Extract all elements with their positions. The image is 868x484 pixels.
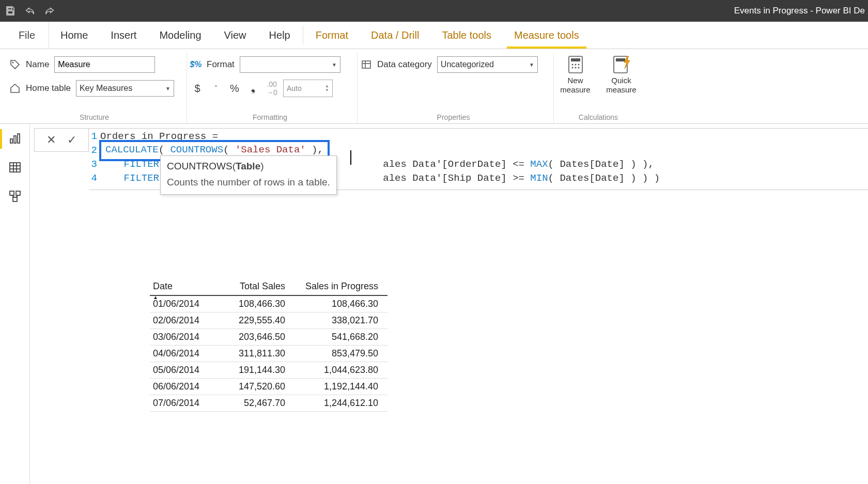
table-row[interactable]: 07/06/201452,467.701,244,612.10 — [150, 395, 388, 412]
cell-total: 311,811.30 — [212, 346, 295, 362]
ribbon-group-properties: Data category Uncategorized ▼ Properties — [358, 53, 554, 123]
svg-point-0 — [12, 62, 14, 64]
cell-progress: 1,044,623.80 — [295, 362, 388, 379]
tab-measure-tools[interactable]: Measure tools — [503, 22, 591, 49]
cell-date: 07/06/2014 — [150, 395, 212, 412]
model-view-icon[interactable] — [8, 189, 22, 204]
formula-action-box: ✕ ✓ — [34, 128, 89, 152]
thousands-button[interactable]: ❟ — [246, 83, 260, 95]
home-table-icon — [9, 83, 21, 94]
table-row[interactable]: 06/06/2014147,520.601,192,144.40 — [150, 379, 388, 395]
svg-rect-17 — [10, 163, 20, 172]
ribbon-tabs: File HomeInsertModelingViewHelpFormatDat… — [0, 22, 868, 49]
view-rail — [0, 124, 30, 484]
active-view-indicator — [0, 129, 2, 149]
svg-rect-16 — [18, 134, 20, 143]
cell-date: 06/06/2014 — [150, 379, 212, 395]
quick-measure-button[interactable]: Quick measure — [603, 55, 640, 95]
cell-total: 147,520.60 — [212, 379, 295, 395]
window-title: Events in Progress - Power BI De — [734, 0, 865, 22]
new-measure-label: New measure — [560, 76, 590, 95]
group-label-calculations: Calculations — [557, 111, 640, 121]
line-number: 1 — [89, 130, 100, 144]
formula-bar[interactable]: 1 Orders in Progress = 2 3 FILTER( ales … — [89, 128, 868, 190]
data-category-select[interactable]: Uncategorized ▼ — [437, 56, 538, 73]
title-bar: Events in Progress - Power BI De — [0, 0, 868, 22]
tab-table-tools[interactable]: Table tools — [430, 22, 503, 49]
cell-date: 04/06/2014 — [150, 346, 212, 362]
tab-home[interactable]: Home — [49, 22, 99, 49]
report-view-icon[interactable] — [8, 131, 22, 146]
tab-divider — [303, 26, 303, 44]
column-header-total-sales[interactable]: Total Sales — [212, 279, 295, 295]
table-row[interactable]: 03/06/2014203,646.50541,668.20 — [150, 329, 388, 346]
tab-data-drill[interactable]: Data / Drill — [360, 22, 430, 49]
group-label-properties: Properties — [361, 111, 546, 121]
svg-point-7 — [575, 64, 576, 66]
home-table-select[interactable]: Key Measures ▼ — [76, 80, 174, 97]
format-label: Format — [207, 59, 235, 70]
commit-formula-icon[interactable]: ✓ — [67, 133, 76, 147]
svg-rect-1 — [362, 61, 370, 68]
table-row[interactable]: 02/06/2014229,555.40338,021.70 — [150, 313, 388, 329]
tab-format[interactable]: Format — [304, 22, 360, 49]
tag-icon — [9, 59, 21, 70]
tab-help[interactable]: Help — [258, 22, 302, 49]
redo-icon[interactable] — [44, 6, 55, 16]
new-measure-button[interactable]: New measure — [557, 55, 594, 95]
workspace: ✕ ✓ 1 Orders in Progress = 2 3 FILTER( — [0, 124, 868, 484]
decimal-places-input[interactable]: Auto ▲▼ — [283, 80, 333, 97]
cell-total: 203,646.50 — [212, 329, 295, 346]
svg-rect-23 — [16, 191, 20, 195]
tab-view[interactable]: View — [213, 22, 258, 49]
tab-insert[interactable]: Insert — [99, 22, 148, 49]
table-row[interactable]: 05/06/2014191,144.301,044,623.80 — [150, 362, 388, 379]
cell-total: 229,555.40 — [212, 313, 295, 329]
cell-progress: 1,192,144.40 — [295, 379, 388, 395]
svg-rect-5 — [571, 58, 580, 61]
data-category-icon — [361, 59, 372, 70]
cell-progress: 853,479.50 — [295, 346, 388, 362]
ribbon-group-calculations: New measure Quick measure Calculations — [554, 53, 647, 123]
calculator-icon — [565, 55, 586, 74]
column-header-sales-in-progress[interactable]: Sales in Progress — [295, 279, 388, 295]
svg-rect-13 — [616, 58, 625, 61]
ribbon-group-structure: Name Home table Key Measures ▼ Structure — [6, 53, 187, 123]
ribbon-group-formatting: $% Format ▼ $ ˅ % ❟ .00→0 Auto ▲▼ — [187, 53, 358, 123]
measure-name-input[interactable] — [54, 56, 155, 73]
data-view-icon[interactable] — [8, 160, 22, 175]
svg-point-9 — [571, 67, 573, 69]
svg-rect-22 — [10, 191, 14, 195]
svg-rect-15 — [14, 136, 16, 143]
tooltip-function: COUNTROWS — [167, 161, 233, 171]
cell-progress: 108,466.30 — [295, 295, 388, 313]
currency-dropdown-icon[interactable]: ˅ — [209, 85, 223, 92]
svg-point-6 — [571, 64, 573, 66]
format-icon: $% — [190, 59, 202, 70]
svg-point-11 — [578, 67, 579, 69]
format-select[interactable]: ▼ — [240, 56, 340, 73]
table-visual[interactable]: Date ▲ Total Sales Sales in Progress 01/… — [150, 279, 388, 412]
ribbon: Name Home table Key Measures ▼ Structure — [0, 49, 868, 124]
chevron-down-icon: ▼ — [165, 86, 171, 91]
table-row[interactable]: 01/06/2014108,466.30108,466.30 — [150, 295, 388, 313]
chevron-down-icon[interactable]: ▼ — [325, 88, 329, 92]
file-tab[interactable]: File — [5, 22, 49, 49]
home-table-value: Key Measures — [80, 84, 132, 93]
chevron-down-icon: ▼ — [529, 62, 534, 68]
cell-progress: 1,244,612.10 — [295, 395, 388, 412]
table-row[interactable]: 04/06/2014311,811.30853,479.50 — [150, 346, 388, 362]
column-header-date[interactable]: Date ▲ — [150, 279, 212, 295]
chevron-down-icon: ▼ — [332, 62, 337, 68]
cancel-formula-icon[interactable]: ✕ — [47, 133, 56, 147]
decimal-shift-icon[interactable]: .00→0 — [265, 80, 279, 97]
percent-button[interactable]: % — [227, 83, 242, 95]
data-category-label: Data category — [377, 59, 432, 70]
currency-button[interactable]: $ — [190, 83, 205, 95]
cell-date: 01/06/2014 — [150, 295, 212, 313]
tab-modeling[interactable]: Modeling — [148, 22, 212, 49]
save-icon[interactable] — [5, 6, 16, 16]
svg-rect-14 — [10, 139, 12, 143]
undo-icon[interactable] — [25, 6, 35, 16]
cell-date: 03/06/2014 — [150, 329, 212, 346]
